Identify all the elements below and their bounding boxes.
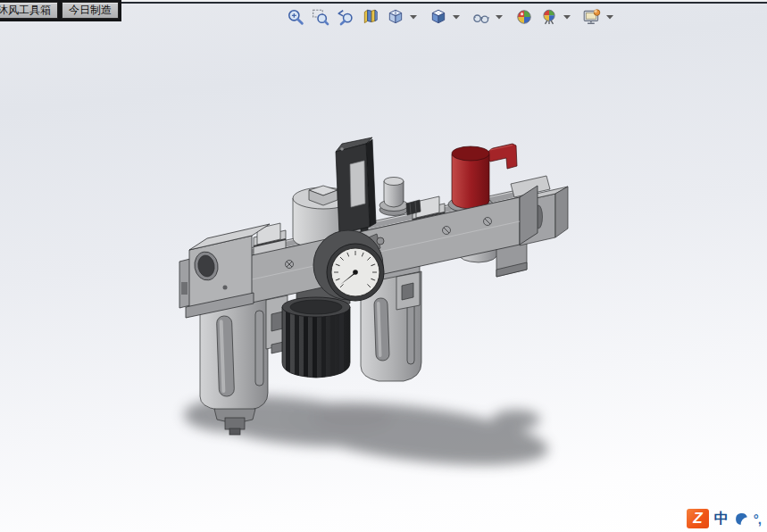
model-relief-valve[interactable] bbox=[379, 178, 421, 216]
tab-toolbox[interactable]: 沐风工具箱 bbox=[0, 2, 58, 19]
apply-scene-dropdown[interactable] bbox=[563, 5, 571, 29]
hide-show-items-icon bbox=[472, 8, 490, 26]
view-settings-icon bbox=[582, 8, 602, 26]
section-view-button[interactable] bbox=[359, 5, 382, 29]
chevron-down-icon bbox=[453, 15, 460, 20]
zoom-to-area-button[interactable] bbox=[309, 5, 332, 29]
cad-viewport[interactable] bbox=[0, 0, 767, 532]
view-settings-button[interactable] bbox=[580, 5, 604, 29]
edit-appearance-button[interactable] bbox=[513, 5, 536, 29]
ime-language-mode[interactable]: 中 bbox=[714, 510, 729, 528]
chevron-down-icon bbox=[563, 15, 571, 20]
display-style-icon bbox=[429, 8, 447, 26]
previous-view-button[interactable] bbox=[334, 5, 357, 29]
chevron-down-icon bbox=[410, 15, 417, 20]
display-style-button[interactable] bbox=[427, 5, 450, 29]
ime-language-bar: Z 中 °, bbox=[687, 509, 761, 528]
heads-up-toolbar bbox=[284, 5, 614, 29]
chevron-down-icon bbox=[606, 15, 613, 20]
zoom-to-fit-button[interactable] bbox=[284, 5, 307, 29]
zoom-to-area-icon bbox=[312, 8, 329, 26]
previous-view-icon bbox=[337, 8, 354, 26]
ime-logo[interactable]: Z bbox=[687, 509, 709, 528]
chevron-down-icon bbox=[496, 15, 503, 20]
ime-punctuation-mode[interactable]: °, bbox=[754, 511, 761, 527]
view-settings-dropdown[interactable] bbox=[605, 5, 614, 29]
model-solenoid-valve[interactable] bbox=[336, 137, 376, 242]
view-orientation-button[interactable] bbox=[384, 5, 407, 29]
edit-appearance-icon bbox=[515, 8, 533, 26]
plugin-tab-strip: 沐风工具箱 今日制造 bbox=[0, 0, 121, 21]
section-view-icon bbox=[362, 8, 379, 26]
apply-scene-icon bbox=[540, 8, 558, 26]
tab-manufacture[interactable]: 今日制造 bbox=[62, 2, 119, 19]
ime-moon-icon[interactable] bbox=[734, 511, 748, 526]
display-style-dropdown[interactable] bbox=[452, 5, 461, 29]
model-pressure-gauge[interactable] bbox=[313, 230, 384, 301]
zoom-to-fit-icon bbox=[287, 8, 304, 26]
view-orientation-dropdown[interactable] bbox=[409, 5, 418, 29]
hide-show-items-dropdown[interactable] bbox=[495, 5, 504, 29]
view-orientation-icon bbox=[387, 8, 404, 26]
hide-show-items-button[interactable] bbox=[470, 5, 493, 29]
app-window: 沐风工具箱 今日制造 bbox=[0, 0, 767, 532]
apply-scene-button[interactable] bbox=[538, 5, 561, 29]
